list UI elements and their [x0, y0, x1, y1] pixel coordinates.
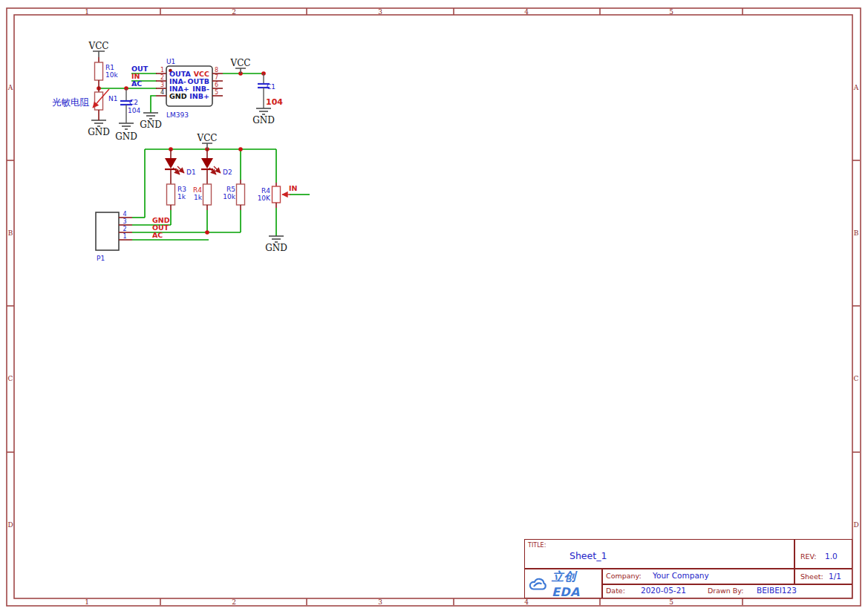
u1-part-number[interactable]: LM393 — [166, 111, 189, 119]
u1-pin-name: GND — [169, 92, 187, 100]
frame-row-label: B — [854, 229, 859, 237]
frame-labels: 1 2 3 4 5 1 2 3 4 5 A B C D A B C D — [7, 8, 859, 607]
u1-pin-number: 5 — [215, 89, 218, 96]
frame-row-label: C — [8, 375, 13, 382]
logo-text: 立创EDA — [552, 569, 601, 599]
gnd-label: GND — [88, 127, 110, 137]
gnd-label: GND — [140, 120, 162, 130]
c1-ref[interactable]: C1 — [267, 83, 275, 91]
p1-pin-number: 2 — [123, 226, 126, 232]
u1-pin-name: INB+ — [189, 92, 209, 100]
frame-col-label: 3 — [378, 598, 382, 606]
frame-row-label: B — [8, 229, 13, 237]
gnd-label: GND — [265, 243, 287, 253]
vcc-label: VCC — [196, 133, 217, 143]
gnd-symbol[interactable]: GND — [88, 120, 110, 137]
sheet-label: Sheet: — [800, 572, 823, 581]
u1-pin-number: 7 — [215, 74, 218, 81]
title-block: TITLE: Sheet_1 REV: 1.0 Company: Your Co… — [524, 539, 852, 598]
u1-pin-number: 6 — [215, 82, 218, 88]
c2-ref[interactable]: C2 — [129, 99, 138, 106]
n1-description[interactable]: 光敏电阻 — [52, 97, 90, 108]
gnd-symbol[interactable]: GND — [265, 236, 287, 253]
p1-pin-number: 4 — [123, 211, 126, 218]
net-label-in-pot[interactable]: IN — [289, 184, 298, 192]
resistor-r5[interactable]: R5 10k — [223, 180, 244, 210]
n1-ref[interactable]: N1 — [108, 95, 117, 102]
company-label: Company: — [606, 572, 642, 580]
r4-led-value[interactable]: 1k — [194, 194, 203, 201]
vcc-label: VCC — [88, 41, 108, 51]
drawn-by-value: BEIBEI123 — [757, 586, 797, 595]
gnd-symbol[interactable]: GND — [115, 123, 137, 142]
r1-value[interactable]: 10k — [105, 71, 118, 79]
r4-pot-ref[interactable]: R4 — [261, 187, 270, 195]
r1-ref[interactable]: R1 — [105, 64, 114, 71]
gnd-label: GND — [252, 115, 275, 125]
u1-pin-number: 8 — [215, 67, 218, 74]
gnd-symbol[interactable]: GND — [140, 113, 162, 130]
frame-row-label: A — [853, 84, 859, 91]
date-value: 2020-05-21 — [641, 586, 686, 595]
title-label: TITLE: — [528, 542, 546, 549]
net-label-ac-bottom[interactable]: AC — [152, 231, 163, 239]
resistor-r4-led[interactable]: R4 1k — [193, 184, 211, 210]
p1-pin-number: 1 — [123, 233, 126, 240]
capacitor-c2[interactable]: C2 104 — [120, 88, 140, 123]
rev-value: 1.0 — [825, 552, 838, 561]
frame-col-label: 2 — [232, 598, 236, 606]
p1-pin-number: 3 — [123, 218, 126, 225]
company-value: Your Company — [653, 571, 709, 580]
frame-row-label: D — [853, 521, 858, 529]
r4-pot-value[interactable]: 10K — [258, 195, 271, 202]
frame-col-label: 1 — [85, 598, 89, 606]
photoresistor-n1[interactable]: N1 光敏电阻 — [52, 88, 117, 120]
u1-ref[interactable]: U1 — [166, 58, 175, 65]
d2-ref[interactable]: D2 — [223, 169, 232, 176]
r3-ref[interactable]: R3 — [177, 186, 186, 193]
gnd-label: GND — [115, 131, 137, 142]
connector-p1[interactable]: 4 3 2 1 P1 — [96, 211, 132, 262]
net-label-ac[interactable]: AC — [131, 79, 142, 88]
frame-col-label: 5 — [669, 598, 673, 606]
gnd-symbol[interactable]: GND — [252, 108, 275, 125]
vcc-symbol[interactable]: VCC — [88, 41, 108, 57]
frame-col-label: 4 — [524, 8, 529, 16]
frame-col-label: 3 — [378, 8, 382, 16]
sheet-value: 1/1 — [829, 572, 841, 581]
u1-pin-number: 1 — [160, 67, 164, 74]
ic-u1-lm393[interactable]: U1 LM393 1 2 3 4 8 7 6 5 OUTA INA- INA+ … — [156, 58, 223, 119]
resistor-r3[interactable]: R3 1k — [167, 184, 186, 210]
u1-pin-number: 2 — [160, 74, 164, 81]
date-label: Date: — [606, 587, 625, 595]
c1-value[interactable]: 104 — [266, 97, 283, 107]
frame-col-label: 4 — [524, 598, 529, 606]
easyeda-logo: 立创EDA — [528, 572, 601, 596]
c2-value[interactable]: 104 — [128, 107, 140, 114]
schematic-sheet: 1 2 3 4 5 1 2 3 4 5 A B C D A B C D — [0, 0, 868, 614]
r4-led-ref[interactable]: R4 — [193, 186, 202, 194]
cloud-logo-icon — [528, 575, 549, 593]
frame-col-label: 5 — [669, 8, 673, 16]
vcc-label: VCC — [229, 58, 250, 68]
rev-label: REV: — [800, 552, 817, 561]
vcc-symbol[interactable]: VCC — [229, 58, 250, 74]
sheet-title: Sheet_1 — [570, 550, 607, 561]
r3-value[interactable]: 1k — [177, 193, 186, 200]
led-d2[interactable]: D2 — [201, 149, 232, 184]
drawn-by-label: Drawn By: — [708, 587, 744, 595]
frame-row-label: D — [7, 521, 13, 529]
capacitor-c1[interactable]: C1 104 — [258, 74, 283, 108]
led-d1[interactable]: D1 — [165, 149, 196, 184]
r5-ref[interactable]: R5 — [226, 186, 235, 193]
r5-value[interactable]: 10k — [223, 193, 235, 200]
d1-ref[interactable]: D1 — [186, 169, 196, 176]
vcc-symbol[interactable]: VCC — [196, 133, 217, 149]
frame-row-label: A — [7, 84, 13, 91]
potentiometer-r4[interactable]: R4 10K — [258, 183, 290, 208]
schematic-canvas: 1 2 3 4 5 1 2 3 4 5 A B C D A B C D — [0, 0, 868, 614]
resistor-r1[interactable]: R1 10k — [95, 57, 119, 88]
frame-col-label: 2 — [232, 8, 236, 16]
p1-ref[interactable]: P1 — [97, 255, 105, 262]
u1-pin-number: 3 — [160, 82, 164, 88]
